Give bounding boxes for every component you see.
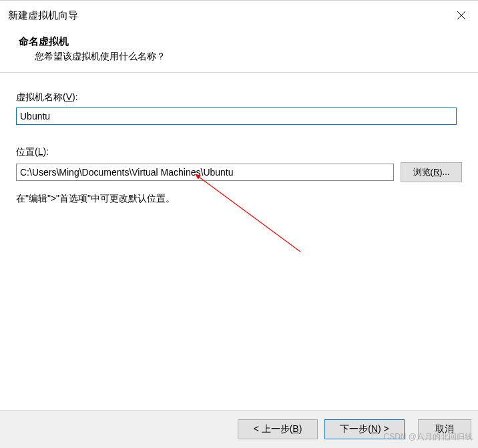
- vm-name-label: 虚拟机名称(V):: [16, 91, 462, 103]
- browse-button[interactable]: 浏览(R)...: [401, 162, 462, 182]
- titlebar: 新建虚拟机向导: [0, 1, 478, 30]
- wizard-footer: < 上一步(B) 下一步(N) > 取消: [0, 410, 478, 448]
- next-button[interactable]: 下一步(N) >: [324, 419, 405, 439]
- back-button[interactable]: < 上一步(B): [238, 419, 318, 439]
- location-label: 位置(L):: [16, 146, 462, 158]
- location-hint: 在"编辑">"首选项"中可更改默认位置。: [16, 193, 462, 205]
- cancel-button[interactable]: 取消: [418, 419, 471, 439]
- close-button[interactable]: [445, 1, 478, 30]
- svg-line-2: [199, 177, 300, 252]
- vm-name-input[interactable]: [16, 107, 457, 125]
- new-vm-wizard-dialog: 新建虚拟机向导 命名虚拟机 您希望该虚拟机使用什么名称？ 虚拟机名称(V): 位…: [0, 0, 478, 448]
- close-icon: [457, 11, 466, 20]
- location-input[interactable]: [16, 164, 394, 181]
- page-title: 命名虚拟机: [19, 35, 470, 48]
- wizard-body: 虚拟机名称(V): 位置(L): 浏览(R)... 在"编辑">"首选项"中可更…: [0, 73, 478, 410]
- annotation-arrow-icon: [194, 172, 314, 258]
- wizard-header: 命名虚拟机 您希望该虚拟机使用什么名称？: [0, 30, 478, 73]
- window-title: 新建虚拟机向导: [8, 9, 445, 22]
- page-subtitle: 您希望该虚拟机使用什么名称？: [19, 51, 470, 63]
